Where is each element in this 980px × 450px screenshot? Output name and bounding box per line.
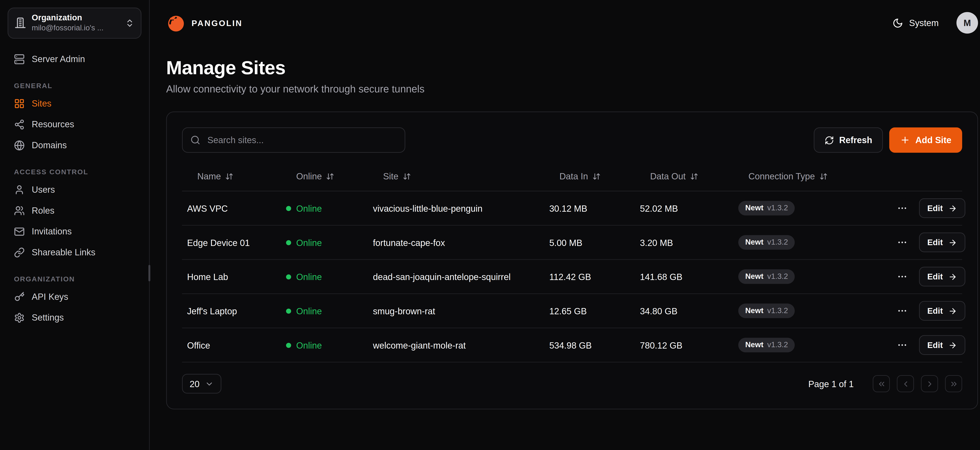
key-icon: [14, 292, 25, 302]
org-selector[interactable]: Organization milo@fossorial.io's ...: [8, 8, 142, 39]
sidebar-item-sites[interactable]: Sites: [8, 93, 142, 114]
chevrons-up-down-icon: [125, 18, 134, 28]
site-status-cell: Online: [281, 272, 368, 282]
user-icon: [14, 184, 25, 195]
sort-icon: [819, 172, 827, 181]
theme-toggle-button[interactable]: System: [889, 17, 943, 29]
ellipsis-icon: [897, 237, 908, 248]
building-icon: [14, 17, 26, 29]
site-slug-cell: smug-brown-rat: [368, 306, 544, 316]
data-in-cell: 112.42 GB: [544, 272, 635, 282]
sidebar: Organization milo@fossorial.io's ... Ser…: [0, 0, 150, 450]
sidebar-item-server-admin[interactable]: Server Admin: [8, 49, 142, 70]
row-menu-button[interactable]: [894, 235, 910, 250]
sidebar-item-label: API Keys: [32, 292, 68, 302]
data-in-cell: 30.12 MB: [544, 203, 635, 213]
column-header-site[interactable]: Site: [368, 171, 544, 181]
page-info: Page 1 of 1: [808, 379, 854, 389]
edit-button[interactable]: Edit: [919, 233, 965, 252]
row-actions: Edit: [889, 198, 968, 218]
sidebar-item-invitations[interactable]: Invitations: [8, 221, 142, 242]
chevrons-right-icon: [949, 379, 958, 388]
last-page-button[interactable]: [945, 375, 962, 392]
site-name-cell: Jeff's Laptop: [182, 306, 281, 316]
column-header-data-in[interactable]: Data In: [544, 171, 635, 181]
row-menu-button[interactable]: [894, 269, 910, 285]
moon-icon: [892, 17, 904, 28]
mail-icon: [14, 226, 25, 237]
chevron-left-icon: [901, 379, 910, 388]
connection-type-cell: Newt v1.3.2: [733, 304, 889, 318]
data-out-cell: 3.20 MB: [635, 237, 733, 247]
page-size-select[interactable]: 20: [182, 374, 221, 393]
data-in-cell: 5.00 MB: [544, 237, 635, 247]
previous-page-button[interactable]: [897, 375, 914, 392]
sidebar-item-users[interactable]: Users: [8, 179, 142, 200]
sidebar-item-label: Shareable Links: [32, 247, 95, 258]
avatar[interactable]: M: [956, 12, 978, 33]
sidebar-item-label: Settings: [32, 312, 64, 323]
sidebar-item-label: Domains: [32, 140, 67, 151]
search-input[interactable]: [206, 134, 397, 146]
connection-badge: Newt v1.3.2: [738, 269, 795, 284]
sidebar-item-roles[interactable]: Roles: [8, 200, 142, 221]
connection-badge: Newt v1.3.2: [738, 304, 795, 318]
data-in-cell: 534.98 GB: [544, 340, 635, 350]
sidebar-item-label: Invitations: [32, 226, 72, 237]
connection-type-cell: Newt v1.3.2: [733, 338, 889, 352]
online-status-dot: [286, 342, 291, 348]
row-menu-button[interactable]: [894, 337, 910, 353]
row-actions: Edit: [889, 267, 968, 286]
column-header-name[interactable]: Name: [182, 171, 281, 181]
sort-icon: [592, 172, 601, 181]
sort-icon: [225, 172, 234, 181]
sidebar-item-shareable-links[interactable]: Shareable Links: [8, 242, 142, 263]
page-content: Manage Sites Allow connectivity to your …: [150, 46, 980, 409]
page-subtitle: Allow connectivity to your network throu…: [166, 84, 978, 95]
edit-button[interactable]: Edit: [919, 198, 965, 218]
connection-type-cell: Newt v1.3.2: [733, 235, 889, 249]
column-header-online[interactable]: Online: [281, 171, 368, 181]
sites-card: Refresh Add Site Name: [166, 112, 978, 409]
column-header-data-out[interactable]: Data Out: [635, 171, 733, 181]
chevrons-left-icon: [877, 379, 886, 388]
theme-label: System: [909, 18, 939, 28]
brand[interactable]: PANGOLIN: [166, 13, 243, 33]
first-page-button[interactable]: [873, 375, 890, 392]
edit-button[interactable]: Edit: [919, 301, 965, 320]
site-status-cell: Online: [281, 306, 368, 316]
next-page-button[interactable]: [921, 375, 938, 392]
table-row: Edge Device 01 Online fortunate-cape-fox…: [182, 226, 962, 260]
sidebar-item-label: Roles: [32, 205, 54, 216]
grid-icon: [14, 98, 25, 109]
online-status-label: Online: [296, 306, 322, 316]
pagination-buttons: [873, 375, 962, 392]
row-menu-button[interactable]: [894, 303, 910, 319]
chevron-right-icon: [925, 379, 934, 388]
sidebar-item-settings[interactable]: Settings: [8, 307, 142, 328]
online-status-dot: [286, 240, 291, 245]
online-status-dot: [286, 274, 291, 279]
sidebar-resize-handle[interactable]: [148, 265, 150, 281]
sidebar-item-domains[interactable]: Domains: [8, 135, 142, 156]
add-site-button[interactable]: Add Site: [889, 127, 962, 152]
sidebar-item-api-keys[interactable]: API Keys: [8, 286, 142, 307]
gear-icon: [14, 312, 25, 323]
edit-button[interactable]: Edit: [919, 335, 965, 355]
toolbar-actions: Refresh Add Site: [814, 127, 962, 152]
row-menu-button[interactable]: [894, 200, 910, 216]
data-in-cell: 12.65 GB: [544, 306, 635, 316]
org-selector-title: Organization: [32, 13, 82, 22]
edit-button[interactable]: Edit: [919, 267, 965, 286]
search-box: [182, 127, 405, 152]
site-status-cell: Online: [281, 203, 368, 213]
sort-icon: [403, 172, 411, 181]
sort-icon: [326, 172, 334, 181]
row-actions: Edit: [889, 233, 968, 252]
refresh-button[interactable]: Refresh: [814, 127, 883, 152]
sidebar-heading-general: GENERAL: [14, 82, 135, 89]
app-root: Organization milo@fossorial.io's ... Ser…: [0, 0, 980, 450]
arrow-right-icon: [948, 341, 957, 349]
column-header-connection-type[interactable]: Connection Type: [733, 171, 889, 181]
sidebar-item-resources[interactable]: Resources: [8, 114, 142, 135]
